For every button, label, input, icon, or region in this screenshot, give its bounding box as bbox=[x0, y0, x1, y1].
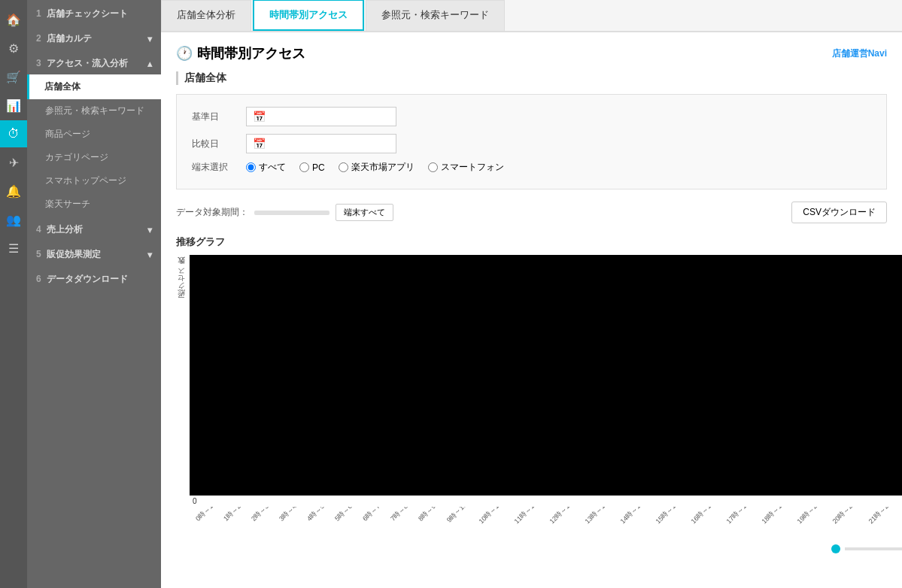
page-title-icon: 🕐 bbox=[176, 45, 193, 62]
csv-download-button[interactable]: CSVダウンロード bbox=[791, 202, 887, 223]
sidebar-item-smartphone-top[interactable]: スマホトップページ bbox=[27, 169, 161, 192]
section-3-chevron: ▴ bbox=[147, 59, 152, 69]
section-6-label: 6 データダウンロード bbox=[36, 273, 128, 286]
chart-area bbox=[190, 255, 902, 496]
hikakubi-row: 比較日 📅 bbox=[192, 134, 871, 153]
tab-store-analysis[interactable]: 店舗全体分析 bbox=[161, 0, 251, 31]
sidebar-section-4[interactable]: 4 売上分析 ▾ bbox=[27, 216, 161, 241]
section-4-chevron: ▾ bbox=[147, 225, 152, 235]
sidebar-section-6[interactable]: 6 データダウンロード bbox=[27, 265, 161, 290]
page-title-text: 🕐 時間帯別アクセス bbox=[176, 44, 305, 62]
calendar-icon-1: 📅 bbox=[253, 111, 266, 123]
tab-bar: 店舗全体分析 時間帯別アクセス 参照元・検索キーワード bbox=[161, 0, 902, 32]
page-title: 時間帯別アクセス bbox=[197, 44, 305, 62]
send-icon[interactable]: ✈ bbox=[0, 149, 27, 176]
page-title-row: 🕐 時間帯別アクセス 店舗運営Navi bbox=[176, 44, 887, 62]
legend-dot bbox=[831, 544, 840, 553]
sidebar-item-product[interactable]: 商品ページ bbox=[27, 123, 161, 146]
users-icon[interactable]: 👥 bbox=[0, 206, 27, 233]
main-content: 店舗全体分析 時間帯別アクセス 参照元・検索キーワード 🕐 時間帯別アクセス 店… bbox=[161, 0, 902, 588]
sidebar: 1 店舗チェックシート 2 店舗カルテ ▾ 3 アクセス・流入分析 ▴ 店舗全体… bbox=[27, 0, 161, 588]
time-icon[interactable]: ⏱ bbox=[0, 120, 27, 147]
section-2-label: 2 店舗カルテ bbox=[36, 32, 92, 45]
device-all-button[interactable]: 端末すべて bbox=[336, 204, 393, 221]
hikakubi-field[interactable] bbox=[270, 138, 375, 149]
section-5-label: 5 販促効果測定 bbox=[36, 248, 101, 261]
analytics-icon[interactable]: 📊 bbox=[0, 92, 27, 119]
device-radio-group: すべて PC 楽天市場アプリ スマートフォン bbox=[246, 161, 504, 174]
tab-time-access[interactable]: 時間帯別アクセス bbox=[253, 0, 364, 31]
content-area: 🕐 時間帯別アクセス 店舗運営Navi 店舗全体 基準日 📅 比較日 📅 bbox=[161, 32, 902, 588]
settings-icon[interactable]: ⚙ bbox=[0, 35, 27, 62]
data-period-label: データ対象期間： bbox=[176, 206, 248, 219]
data-period-value bbox=[254, 211, 330, 215]
menu-icon[interactable]: ☰ bbox=[0, 235, 27, 262]
data-period-left: データ対象期間： 端末すべて bbox=[176, 204, 393, 221]
sidebar-item-category[interactable]: カテゴリページ bbox=[27, 146, 161, 169]
legend-area: のアクセス人数 bbox=[190, 543, 902, 554]
notification-icon[interactable]: 🔔 bbox=[0, 177, 27, 205]
sidebar-section-3[interactable]: 3 アクセス・流入分析 ▴ bbox=[27, 50, 161, 74]
section-4-label: 4 売上分析 bbox=[36, 223, 83, 236]
hikakubi-label: 比較日 bbox=[192, 138, 237, 150]
device-pc-radio[interactable]: PC bbox=[299, 162, 325, 173]
sidebar-section-5[interactable]: 5 販促効果測定 ▾ bbox=[27, 241, 161, 265]
sidebar-item-store-all[interactable]: 店舗全体 bbox=[27, 74, 161, 99]
section-2-chevron: ▾ bbox=[147, 34, 152, 44]
form-area: 基準日 📅 比較日 📅 端末選択 bbox=[176, 94, 887, 189]
sidebar-item-rakuten-search[interactable]: 楽天サーチ bbox=[27, 192, 161, 216]
home-icon[interactable]: 🏠 bbox=[0, 6, 27, 33]
data-period-bar: データ対象期間： 端末すべて CSVダウンロード bbox=[176, 202, 887, 223]
y-axis-label: 総アクセス人数 bbox=[176, 270, 187, 303]
sidebar-section-2[interactable]: 2 店舗カルテ ▾ bbox=[27, 25, 161, 50]
kijunbi-field[interactable] bbox=[270, 111, 375, 122]
device-row: 端末選択 すべて PC 楽天市場アプリ bbox=[192, 161, 871, 174]
sidebar-item-referral[interactable]: 参照元・検索キーワード bbox=[27, 99, 161, 123]
section-label: 店舗全体 bbox=[176, 71, 887, 85]
section-3-label: 3 アクセス・流入分析 bbox=[36, 57, 128, 70]
graph-inner: 0 0時～1時1時～2時2時～3時3時～4時4時～5時5時～6時6時～7時7時～… bbox=[190, 255, 902, 554]
section-5-chevron: ▾ bbox=[147, 250, 152, 260]
kijunbi-input[interactable]: 📅 bbox=[246, 107, 396, 126]
calendar-icon-2: 📅 bbox=[253, 138, 266, 150]
device-smartphone-radio[interactable]: スマートフォン bbox=[428, 161, 504, 174]
kijunbi-row: 基準日 📅 bbox=[192, 107, 871, 126]
legend-text bbox=[845, 547, 902, 550]
device-all-radio[interactable]: すべて bbox=[246, 161, 286, 174]
sidebar-section-1[interactable]: 1 店舗チェックシート bbox=[27, 0, 161, 25]
tab-referral-keyword[interactable]: 参照元・検索キーワード bbox=[366, 0, 505, 31]
cart-icon[interactable]: 🛒 bbox=[0, 63, 27, 90]
chart-zero: 0 bbox=[190, 496, 902, 505]
device-label: 端末選択 bbox=[192, 161, 237, 174]
store-navi-link[interactable]: 店舗運営Navi bbox=[832, 47, 887, 60]
device-app-radio[interactable]: 楽天市場アプリ bbox=[339, 161, 415, 174]
kijunbi-label: 基準日 bbox=[192, 111, 237, 123]
graph-container: 総アクセス人数 0 0時～1時1時～2時2時～3時3時～4時4時～5時5時～6時… bbox=[176, 255, 887, 554]
graph-title: 推移グラフ bbox=[176, 235, 887, 249]
section-1-label: 1 店舗チェックシート bbox=[36, 8, 128, 20]
x-axis-labels: 0時～1時1時～2時2時～3時3時～4時4時～5時5時～6時6時～7時7時～8時… bbox=[190, 507, 902, 537]
hikakubi-input[interactable]: 📅 bbox=[246, 134, 396, 153]
icon-bar: 🏠 ⚙ 🛒 📊 ⏱ ✈ 🔔 👥 ☰ bbox=[0, 0, 27, 588]
